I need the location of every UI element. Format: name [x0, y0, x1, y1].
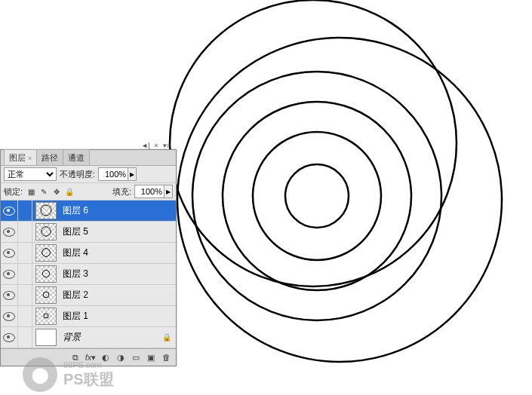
lock-row: 锁定: ▦ ✎ ✥ 🔒 填充: ▶: [1, 183, 176, 201]
link-column[interactable]: [18, 222, 32, 242]
eye-icon: [3, 270, 15, 279]
link-column[interactable]: [18, 264, 32, 284]
opacity-label: 不透明度:: [60, 169, 95, 180]
layer-name: 图层 6: [60, 204, 176, 217]
lock-paint-icon[interactable]: ✎: [38, 186, 49, 197]
layer-name: 图层 1: [60, 310, 176, 323]
watermark-brand: PS联盟: [63, 369, 114, 390]
layer-name: 图层 4: [60, 246, 176, 259]
layer-thumbnail[interactable]: [35, 308, 57, 325]
svg-point-4: [253, 132, 381, 260]
layer-name: 背景: [60, 331, 162, 344]
lock-move-icon[interactable]: ✥: [51, 186, 62, 197]
visibility-toggle[interactable]: [1, 243, 18, 263]
eye-icon: [3, 228, 15, 237]
panel-menu[interactable]: ◄|×▾≡: [139, 141, 173, 150]
watermark: ⬤ 68PS.com PS联盟: [23, 357, 114, 392]
panel-tabs: 图层× 路径 通道: [1, 150, 176, 166]
layer-name: 图层 3: [60, 268, 176, 280]
layer-list: 图层 6图层 5图层 4图层 3图层 2图层 1背景🔒: [1, 201, 176, 348]
tab-layers[interactable]: 图层×: [4, 149, 37, 165]
layer-row-3[interactable]: 图层 3: [1, 264, 176, 285]
layer-thumbnail[interactable]: [35, 265, 57, 283]
layer-row-0[interactable]: 图层 6: [1, 201, 176, 222]
link-column[interactable]: [18, 306, 32, 326]
layer-name: 图层 2: [60, 289, 176, 302]
layer-name: 图层 5: [60, 225, 176, 238]
tab-paths[interactable]: 路径: [36, 149, 63, 165]
opacity-input[interactable]: ▶: [98, 167, 137, 181]
eye-icon: [3, 249, 15, 258]
tab-channels[interactable]: 通道: [63, 149, 90, 165]
lock-icon: 🔒: [162, 333, 171, 341]
fill-input[interactable]: ▶: [134, 185, 173, 198]
eye-icon: [3, 207, 15, 216]
layers-panel: ◄|×▾≡ 图层× 路径 通道 正常 不透明度: ▶ 锁定: ▦ ✎ ✥ 🔒 填…: [0, 149, 177, 366]
layer-row-4[interactable]: 图层 2: [1, 285, 176, 306]
fill-label: 填充:: [112, 186, 131, 198]
eye-icon: [3, 312, 15, 321]
visibility-toggle[interactable]: [1, 306, 18, 326]
lock-transparency-icon[interactable]: ▦: [26, 186, 36, 197]
eye-icon: [3, 333, 15, 342]
link-column[interactable]: [18, 285, 32, 305]
layer-thumbnail[interactable]: [35, 329, 57, 346]
svg-point-10: [43, 292, 49, 298]
visibility-toggle[interactable]: [1, 222, 18, 242]
svg-point-2: [192, 72, 441, 320]
lock-buttons[interactable]: ▦ ✎ ✥ 🔒: [26, 186, 75, 197]
svg-point-9: [42, 270, 49, 277]
blend-row: 正常 不透明度: ▶: [1, 166, 176, 183]
layer-row-5[interactable]: 图层 1: [1, 306, 176, 327]
svg-point-0: [170, 0, 457, 286]
layer-thumbnail[interactable]: [35, 286, 57, 304]
watermark-url: 68PS.com: [63, 360, 114, 369]
link-column[interactable]: [18, 243, 32, 263]
layer-thumbnail[interactable]: [35, 202, 57, 219]
svg-point-11: [44, 314, 48, 318]
link-column[interactable]: [18, 327, 32, 348]
visibility-toggle[interactable]: [1, 201, 18, 221]
svg-point-1: [177, 38, 502, 362]
layer-row-1[interactable]: 图层 5: [1, 222, 176, 243]
svg-point-5: [285, 164, 349, 228]
svg-point-7: [42, 227, 51, 236]
new-layer-icon[interactable]: ▣: [144, 351, 158, 364]
svg-point-8: [42, 249, 51, 257]
visibility-toggle[interactable]: [1, 327, 18, 348]
visibility-toggle[interactable]: [1, 285, 18, 305]
visibility-toggle[interactable]: [1, 264, 18, 284]
layer-thumbnail[interactable]: [35, 223, 57, 240]
lock-label: 锁定:: [4, 186, 23, 198]
svg-point-3: [223, 102, 411, 290]
trash-icon[interactable]: 🗑: [159, 351, 173, 364]
group-icon[interactable]: ▭: [129, 351, 143, 364]
watermark-logo-icon: ⬤: [23, 357, 57, 392]
eye-icon: [3, 291, 15, 300]
layer-row-2[interactable]: 图层 4: [1, 243, 176, 264]
link-column[interactable]: [18, 201, 32, 221]
adjustment-icon[interactable]: ◑: [114, 351, 128, 364]
layer-row-6[interactable]: 背景🔒: [1, 327, 176, 348]
layer-thumbnail[interactable]: [35, 244, 57, 262]
svg-point-6: [41, 205, 51, 216]
blend-mode-select[interactable]: 正常: [4, 167, 57, 181]
lock-all-icon[interactable]: 🔒: [64, 186, 75, 197]
